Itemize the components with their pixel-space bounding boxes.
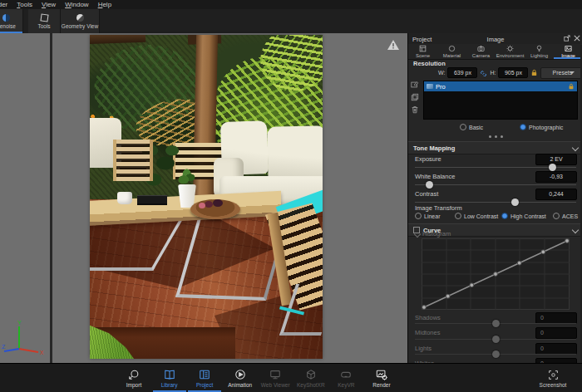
- dark-books[interactable]: [137, 195, 167, 203]
- preset-row-pro[interactable]: Pro: [424, 81, 577, 91]
- page-dots[interactable]: [408, 135, 582, 138]
- transform-aces-radio[interactable]: ACES: [553, 213, 578, 219]
- slider-handle[interactable]: [426, 181, 433, 189]
- import-icon: [128, 369, 140, 380]
- import-button[interactable]: Import: [116, 364, 151, 392]
- contrast-label: Contrast: [415, 190, 438, 198]
- panel-tabs: Scene Material Camera Environment Lighti…: [408, 44, 582, 60]
- screenshot-icon: [548, 370, 559, 380]
- height-input[interactable]: 905 px: [498, 67, 528, 78]
- lock-resolution-icon[interactable]: [530, 69, 538, 76]
- animation-button[interactable]: Animation: [223, 364, 258, 392]
- float-panel-icon[interactable]: [564, 35, 570, 42]
- tab-material[interactable]: Material: [437, 44, 466, 59]
- mode-photographic-radio[interactable]: Photographic: [520, 124, 563, 130]
- image-transform-label: Image Transform: [415, 204, 462, 212]
- denoise-label: Denoise: [0, 23, 16, 29]
- library-button[interactable]: Library: [152, 364, 187, 392]
- menu-render[interactable]: Render: [0, 1, 7, 8]
- tone-curve-editor[interactable]: [422, 238, 570, 310]
- slider-handle[interactable]: [492, 336, 500, 343]
- menu-help[interactable]: Help: [98, 1, 111, 8]
- menu-view[interactable]: View: [42, 1, 56, 8]
- render-button[interactable]: Render: [364, 364, 399, 392]
- warning-icon[interactable]: [387, 39, 400, 51]
- viewport-splitter: [50, 33, 52, 363]
- menu-window[interactable]: Window: [65, 1, 88, 8]
- armchair-frame[interactable]: [113, 140, 153, 181]
- geometry-view-label: Geometry View: [62, 23, 98, 29]
- geometry-view-button[interactable]: Geometry View: [61, 9, 100, 33]
- resolution-row: W: 639 px H: 905 px Presets: [438, 67, 582, 78]
- slider-handle[interactable]: [549, 164, 556, 171]
- slider-handle[interactable]: [492, 350, 500, 358]
- project-panel: Project Image Scene Material Camera: [407, 33, 582, 363]
- presets-dropdown[interactable]: Presets: [540, 67, 582, 79]
- delete-preset-icon[interactable]: [411, 105, 419, 114]
- tab-image[interactable]: Image: [554, 44, 582, 59]
- radio-icon: [455, 213, 461, 219]
- preset-thumbnail-icon: [427, 84, 433, 89]
- panel-titlebar: Project Image: [408, 33, 582, 45]
- histogram-toggle[interactable]: Histogram: [415, 230, 451, 238]
- library-icon: [164, 369, 175, 380]
- preset-lock-icon: [568, 83, 575, 90]
- link-resolution-icon[interactable]: [480, 69, 487, 76]
- keyshotxr-button[interactable]: KeyShotXR: [293, 364, 328, 392]
- web-viewer-button[interactable]: Web Viewer: [258, 364, 293, 392]
- axis-x-label: X: [40, 350, 44, 355]
- radio-icon: [520, 124, 526, 130]
- preset-list[interactable]: Pro: [423, 81, 578, 120]
- slider-handle[interactable]: [492, 320, 500, 327]
- denoise-button[interactable]: Denoise: [0, 9, 23, 33]
- tools-button[interactable]: Tools: [28, 9, 61, 33]
- width-input[interactable]: 639 px: [447, 67, 477, 78]
- transform-low-contrast-radio[interactable]: Low Contrast: [455, 213, 498, 219]
- transform-high-contrast-radio[interactable]: High Contrast: [501, 213, 546, 219]
- keyvr-icon: [340, 369, 352, 380]
- material-icon: [448, 45, 456, 52]
- tab-lighting[interactable]: Lighting: [525, 44, 554, 59]
- project-button[interactable]: Project: [187, 364, 222, 392]
- menu-bar: Render Tools View Window Help: [0, 0, 582, 9]
- slider-handle[interactable]: [511, 198, 519, 206]
- render-icon: [376, 369, 387, 380]
- fruit: [213, 199, 223, 207]
- axis-gizmo: Y X Z: [2, 319, 45, 360]
- keyvr-button[interactable]: KeyVR: [328, 364, 363, 392]
- white-mug[interactable]: [117, 192, 132, 204]
- tone-mapping-header[interactable]: Tone Mapping: [408, 141, 582, 154]
- preset-name: Pro: [436, 83, 446, 91]
- mode-basic-radio[interactable]: Basic: [460, 124, 483, 130]
- denoise-icon: [2, 14, 10, 22]
- geometry-view-icon: [76, 14, 84, 22]
- realtime-viewport[interactable]: Y X Z: [0, 33, 407, 363]
- succulent-plant[interactable]: [173, 168, 200, 189]
- screenshot-button[interactable]: Screenshot: [530, 364, 575, 392]
- environment-icon: [506, 45, 514, 52]
- camera-icon: [477, 45, 485, 52]
- preset-list-tools: [411, 81, 421, 118]
- lighting-icon: [535, 45, 543, 52]
- tab-environment[interactable]: Environment: [496, 44, 525, 59]
- chevron-down-icon: [414, 230, 421, 237]
- scene-icon: [419, 45, 427, 52]
- menu-tools[interactable]: Tools: [17, 1, 32, 8]
- close-panel-icon[interactable]: [574, 35, 580, 42]
- duplicate-preset-icon[interactable]: [411, 93, 419, 101]
- height-label: H:: [490, 70, 496, 76]
- animation-icon: [234, 369, 246, 380]
- project-icon: [199, 369, 210, 380]
- exposure-label: Exposure: [415, 155, 441, 163]
- edit-preset-icon[interactable]: [411, 81, 419, 89]
- tools-label: Tools: [37, 23, 50, 29]
- keyshot-window: Render Tools View Window Help Denoise To…: [0, 0, 582, 392]
- transform-linear-radio[interactable]: Linear: [415, 213, 440, 219]
- radio-icon: [460, 124, 466, 130]
- tab-camera[interactable]: Camera: [466, 44, 496, 59]
- chevron-down-icon: [572, 145, 579, 151]
- tab-scene[interactable]: Scene: [408, 44, 437, 59]
- sofa-back-cushion-right[interactable]: [267, 125, 323, 181]
- active-tab-underline: [554, 57, 582, 59]
- render-image[interactable]: [90, 35, 323, 359]
